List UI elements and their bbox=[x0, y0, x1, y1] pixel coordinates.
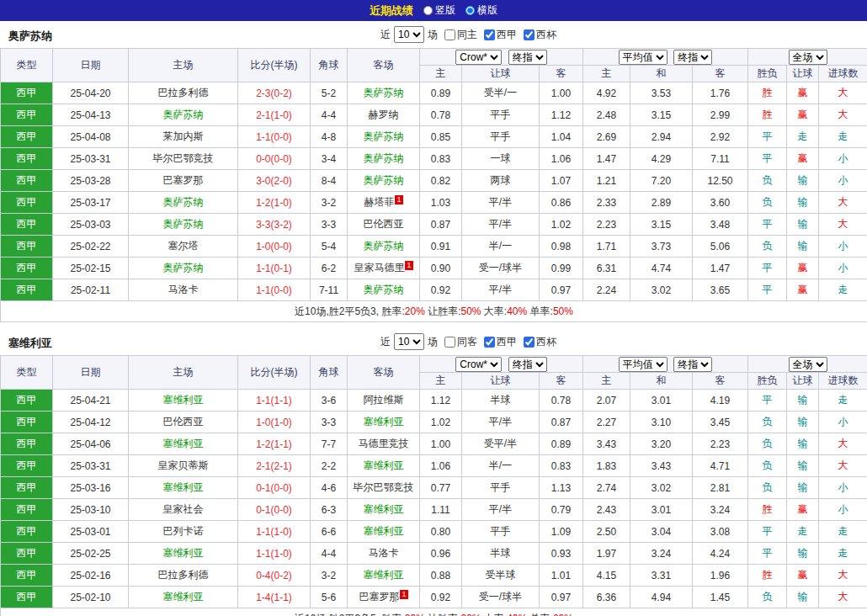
recent-count-select[interactable]: 10 bbox=[394, 333, 424, 350]
result-goals: 大 bbox=[819, 192, 867, 214]
same-venue-input[interactable] bbox=[444, 29, 455, 40]
fulltime-select[interactable]: 全场 bbox=[789, 357, 827, 372]
away-team-name[interactable]: 塞维利亚 bbox=[364, 503, 404, 515]
odds-home: 1.11 bbox=[420, 499, 462, 521]
average-select[interactable]: 平均值 bbox=[619, 357, 668, 372]
table-header-row: 类型 日期 主场 比分(半场) 角球 客场 Crow* 终指 平均值 终指 全场 bbox=[1, 356, 867, 373]
league-filter-input[interactable] bbox=[484, 337, 495, 348]
odds-stage-select[interactable]: 终指 bbox=[508, 50, 547, 65]
recent-count-select[interactable]: 10 bbox=[394, 26, 424, 43]
away-team-name[interactable]: 奥萨苏纳 bbox=[364, 152, 404, 164]
home-team-name[interactable]: 塞尔塔 bbox=[168, 240, 199, 252]
handicap-line: 半球 bbox=[462, 543, 540, 565]
summary-value: 50% bbox=[460, 305, 481, 317]
layout-radio-horizontal[interactable]: 横版 bbox=[465, 3, 497, 18]
away-team-name[interactable]: 赫塔菲 bbox=[364, 196, 394, 208]
corners-cell: 2-2 bbox=[311, 455, 348, 477]
away-team-name[interactable]: 奥萨苏纳 bbox=[364, 87, 404, 98]
euro-stage-select[interactable]: 终指 bbox=[673, 357, 712, 372]
result-goals: 大 bbox=[819, 587, 867, 608]
home-team-name[interactable]: 皇家贝蒂斯 bbox=[158, 459, 209, 471]
avg-draw-odds: 3.15 bbox=[630, 214, 693, 236]
home-team-name[interactable]: 皇家社会 bbox=[163, 503, 204, 515]
same-venue-checkbox[interactable]: 同客 bbox=[441, 335, 477, 349]
league-cell: 西甲 bbox=[1, 390, 53, 412]
layout-radio-vertical[interactable]: 竖版 bbox=[423, 3, 455, 18]
away-team-name[interactable]: 马洛卡 bbox=[369, 547, 399, 559]
home-team-name[interactable]: 莱加内斯 bbox=[163, 130, 204, 142]
score-cell: 1-0(0-0) bbox=[238, 236, 311, 258]
date-cell: 25-03-01 bbox=[53, 521, 129, 543]
away-team-name[interactable]: 塞维利亚 bbox=[364, 525, 404, 537]
euro-odds-group-header: 平均值 终指 bbox=[583, 49, 748, 66]
average-select[interactable]: 平均值 bbox=[619, 50, 668, 65]
result-outcome: 负 bbox=[748, 170, 787, 192]
home-team-name[interactable]: 奥萨苏纳 bbox=[163, 262, 204, 273]
avg-draw-odds: 3.53 bbox=[630, 82, 693, 104]
handicap-line: 平手 bbox=[462, 126, 540, 148]
result-handicap: 输 bbox=[787, 477, 819, 499]
away-team-name[interactable]: 塞维利亚 bbox=[364, 416, 404, 427]
home-team-name[interactable]: 塞维利亚 bbox=[163, 438, 204, 449]
horizontal-radio-input[interactable] bbox=[465, 6, 475, 15]
away-team-name[interactable]: 塞维利亚 bbox=[364, 459, 404, 471]
home-team-cell: 巴列卡诺 bbox=[129, 521, 238, 543]
away-team-name[interactable]: 马德里竞技 bbox=[359, 438, 409, 449]
league-filter-input[interactable] bbox=[484, 29, 495, 40]
away-team-name[interactable]: 奥萨苏纳 bbox=[364, 240, 404, 252]
games-unit-label: 场 bbox=[428, 28, 438, 42]
euro-stage-select[interactable]: 终指 bbox=[673, 50, 712, 65]
vertical-radio-input[interactable] bbox=[423, 6, 433, 15]
odds-provider-select[interactable]: Crow* bbox=[455, 357, 502, 372]
away-team-name[interactable]: 塞维利亚 bbox=[364, 569, 404, 581]
away-team-name[interactable]: 奥萨苏纳 bbox=[364, 130, 404, 142]
avg-home-odds: 2.69 bbox=[583, 126, 630, 148]
result-outcome: 胜 bbox=[748, 104, 787, 126]
home-team-name[interactable]: 巴塞罗那 bbox=[163, 174, 204, 186]
match-row: 西甲25-03-03奥萨苏纳3-3(3-2)3-3巴伦西亚0.87平/半1.02… bbox=[1, 214, 867, 236]
odds-stage-select[interactable]: 终指 bbox=[508, 357, 547, 372]
cup-filter-checkbox[interactable]: 西杯 bbox=[520, 28, 556, 42]
home-team-name[interactable]: 巴拉多利德 bbox=[158, 87, 209, 98]
away-team-cell: 巴塞罗那1 bbox=[348, 587, 420, 608]
away-team-name[interactable]: 巴塞罗那 bbox=[359, 591, 399, 603]
league-filter-checkbox[interactable]: 西甲 bbox=[481, 335, 517, 349]
odds-provider-select[interactable]: Crow* bbox=[455, 50, 502, 65]
avg-away-odds: 3.24 bbox=[693, 499, 748, 521]
same-venue-checkbox[interactable]: 同主 bbox=[441, 28, 477, 42]
away-team-name[interactable]: 奥萨苏纳 bbox=[364, 284, 404, 295]
away-team-name[interactable]: 巴伦西亚 bbox=[364, 218, 404, 230]
avg-draw-odds: 4.29 bbox=[630, 148, 693, 170]
away-team-cell: 巴伦西亚 bbox=[348, 214, 420, 236]
away-team-name[interactable]: 毕尔巴鄂竞技 bbox=[354, 481, 414, 493]
home-team-name[interactable]: 塞维利亚 bbox=[163, 547, 204, 559]
home-team-name[interactable]: 奥萨苏纳 bbox=[163, 218, 204, 230]
home-team-name[interactable]: 奥萨苏纳 bbox=[163, 196, 204, 208]
away-team-name[interactable]: 阿拉维斯 bbox=[364, 394, 404, 406]
home-team-name[interactable]: 塞维利亚 bbox=[163, 591, 204, 603]
cup-filter-label: 西杯 bbox=[536, 335, 556, 349]
cup-filter-input[interactable] bbox=[524, 29, 535, 40]
fulltime-select[interactable]: 全场 bbox=[789, 50, 827, 65]
corners-cell: 5-4 bbox=[311, 236, 348, 258]
away-team-cell: 阿拉维斯 bbox=[348, 390, 420, 412]
cup-filter-checkbox[interactable]: 西杯 bbox=[520, 335, 556, 349]
handicap-line: 平手 bbox=[462, 477, 540, 499]
avg-away-odds: 3.48 bbox=[693, 214, 748, 236]
away-team-name[interactable]: 奥萨苏纳 bbox=[364, 174, 404, 186]
away-team-name[interactable]: 赫罗纳 bbox=[369, 109, 399, 120]
same-venue-input[interactable] bbox=[444, 337, 455, 348]
home-team-name[interactable]: 巴拉多利德 bbox=[158, 569, 209, 581]
away-team-name[interactable]: 皇家马德里 bbox=[354, 262, 404, 273]
cup-filter-input[interactable] bbox=[524, 337, 535, 348]
date-cell: 25-03-28 bbox=[53, 170, 129, 192]
home-team-name[interactable]: 塞维利亚 bbox=[163, 394, 204, 406]
league-filter-checkbox[interactable]: 西甲 bbox=[481, 28, 517, 42]
home-team-name[interactable]: 马洛卡 bbox=[168, 284, 199, 295]
home-team-name[interactable]: 巴伦西亚 bbox=[163, 416, 204, 427]
home-team-name[interactable]: 奥萨苏纳 bbox=[163, 109, 204, 120]
home-team-name[interactable]: 毕尔巴鄂竞技 bbox=[153, 152, 214, 164]
home-team-name[interactable]: 塞维利亚 bbox=[163, 481, 204, 493]
home-team-name[interactable]: 巴列卡诺 bbox=[163, 525, 204, 537]
date-cell: 25-03-16 bbox=[53, 477, 129, 499]
